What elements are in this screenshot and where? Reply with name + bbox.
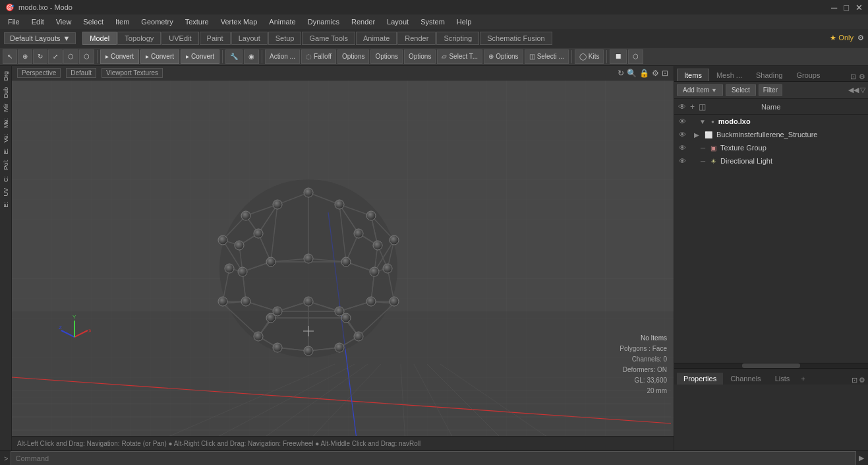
toolbar1-tab-model[interactable]: Model — [82, 32, 117, 45]
convert-btn-1[interactable]: ▸ Convert — [100, 49, 139, 64]
menu-item-file[interactable]: File — [3, 16, 25, 27]
options-btn-1[interactable]: Options — [337, 49, 369, 64]
toolbar1-tab-scripting[interactable]: Scripting — [436, 32, 479, 45]
menu-item-select[interactable]: Select — [78, 16, 109, 27]
panel-gear-icon[interactable]: ⚙ — [859, 73, 865, 81]
transform-btn[interactable]: ⬡ — [63, 49, 78, 64]
menu-item-system[interactable]: System — [415, 16, 450, 27]
toolbar1-tab-animate[interactable]: Animate — [356, 32, 397, 45]
viewport-mode-label[interactable]: Perspective — [17, 68, 61, 78]
tree-row-texture[interactable]: 👁 ─ ▣ Texture Group — [674, 141, 868, 154]
falloff-toggle[interactable]: ◉ — [244, 49, 259, 64]
sidebar-tab-dub[interactable]: Dub — [1, 84, 11, 101]
sidebar-tab-e2[interactable]: E: — [1, 199, 11, 210]
filter-button[interactable]: Filter — [759, 84, 782, 96]
unreal-icon-btn[interactable]: 🔲 — [610, 49, 627, 64]
menu-item-dynamics[interactable]: Dynamics — [303, 16, 345, 27]
falloff-btn[interactable]: ◌ Falloff — [301, 49, 336, 64]
viewport-3d[interactable]: No Items Polygons : Face Channels: 0 Def… — [12, 80, 674, 436]
tree-row-light[interactable]: 👁 ─ ☀ Directional Light — [674, 154, 868, 168]
toolbar1-tab-uvedit[interactable]: UVEdit — [161, 32, 198, 45]
vp-rotate-icon[interactable]: ↻ — [618, 69, 624, 78]
menu-item-geometry[interactable]: Geometry — [136, 16, 178, 27]
vp-lock-icon[interactable]: 🔒 — [639, 69, 649, 78]
collapse-icon[interactable]: ◀◀ — [848, 86, 859, 94]
menu-item-animate[interactable]: Animate — [264, 16, 301, 27]
close-button[interactable]: ✕ — [855, 3, 863, 13]
vp-expand-icon[interactable]: ⊡ — [662, 69, 668, 78]
menu-item-texture[interactable]: Texture — [180, 16, 214, 27]
move-btn[interactable]: ⊕ — [18, 49, 32, 64]
menu-item-vertex map[interactable]: Vertex Map — [216, 16, 263, 27]
filter-icon[interactable]: ▽ — [860, 86, 865, 94]
select-button[interactable]: Select — [726, 84, 756, 96]
gear-icon[interactable]: ⚙ — [857, 34, 864, 42]
select-mode-btn[interactable]: ↖ — [3, 49, 17, 64]
command-submit-icon[interactable]: ▶ — [859, 454, 864, 462]
selecti-btn[interactable]: ◫ Selecti ... — [525, 49, 569, 64]
options-btn-2[interactable]: Options — [370, 49, 402, 64]
options-btn-3[interactable]: Options — [404, 49, 436, 64]
tab-lists[interactable]: Lists — [768, 373, 797, 385]
add-props-tab-icon[interactable]: + — [797, 373, 809, 385]
toolbar1-tab-layout[interactable]: Layout — [231, 32, 268, 45]
toolbar1-tab-game-tools[interactable]: Game Tools — [302, 32, 355, 45]
rotate-btn[interactable]: ↻ — [33, 49, 47, 64]
scale-btn[interactable]: ⤢ — [48, 49, 63, 64]
expand-bucky-icon[interactable]: ▶ — [694, 131, 699, 139]
tab-mesh[interactable]: Mesh ... — [710, 69, 749, 81]
action-btn[interactable]: Action ... — [265, 49, 300, 64]
props-expand-icon[interactable]: ⊡ — [852, 376, 857, 385]
sidebar-tab-mir[interactable]: Mir — [1, 101, 11, 115]
scroll-thumb[interactable] — [742, 363, 800, 368]
eye-icon-root[interactable]: 👁 — [677, 117, 687, 125]
minimize-button[interactable]: ─ — [831, 3, 837, 13]
expand-root-icon[interactable]: ▼ — [699, 118, 706, 125]
polygon-btn[interactable]: ⬡ — [79, 49, 94, 64]
add-item-button[interactable]: Add Item ▼ — [677, 84, 723, 96]
vp-zoom-icon[interactable]: 🔍 — [627, 69, 637, 78]
sidebar-tab-ve[interactable]: Ve: — [1, 131, 11, 145]
tab-groups[interactable]: Groups — [790, 69, 826, 81]
panel-expand-icon[interactable]: ⊡ — [850, 73, 856, 81]
viewport-shading-label[interactable]: Default — [66, 68, 96, 78]
menu-item-help[interactable]: Help — [451, 16, 477, 27]
toolbar1-tab-render[interactable]: Render — [397, 32, 436, 45]
convert-btn-2[interactable]: ▸ Convert — [140, 49, 179, 64]
sidebar-tab-e[interactable]: E: — [1, 146, 11, 157]
tab-channels[interactable]: Channels — [724, 373, 767, 385]
menu-item-edit[interactable]: Edit — [26, 16, 49, 27]
toolbar1-tab-setup[interactable]: Setup — [268, 32, 302, 45]
kits-btn[interactable]: ◯ Kits — [575, 49, 604, 64]
options-main-btn[interactable]: ⊕ Options — [484, 49, 523, 64]
sidebar-tab-pol[interactable]: Pol: — [1, 157, 11, 173]
toolbar1-tab-paint[interactable]: Paint — [200, 32, 231, 45]
toolbar1-tab-topology[interactable]: Topology — [117, 32, 161, 45]
scene-tree-scrollbar[interactable] — [674, 363, 868, 368]
eye-icon-light[interactable]: 👁 — [677, 157, 687, 165]
eye-icon-buckminster[interactable]: 👁 — [677, 131, 687, 139]
toolbar1-tab-schematic-fusion[interactable]: Schematic Fusion — [480, 32, 552, 45]
tab-shading[interactable]: Shading — [749, 69, 789, 81]
command-input[interactable] — [11, 451, 856, 466]
tab-properties[interactable]: Properties — [677, 373, 723, 385]
logo-btn[interactable]: ⬡ — [628, 49, 643, 64]
tab-items[interactable]: Items — [677, 69, 709, 81]
sidebar-tab-drg[interactable]: Drg — [1, 69, 11, 84]
props-gear-icon[interactable]: ⚙ — [859, 376, 865, 385]
select-t-btn[interactable]: ▱ Select T... — [437, 49, 482, 64]
sidebar-tab-me[interactable]: Me: — [1, 115, 11, 131]
viewport-texture-label[interactable]: Viewport Textures — [101, 68, 163, 78]
menu-item-render[interactable]: Render — [346, 16, 380, 27]
vp-settings-icon[interactable]: ⚙ — [652, 69, 659, 78]
tree-row-root[interactable]: 👁 ▼ ● modo.lxo — [674, 115, 868, 128]
layout-dropdown[interactable]: Default Layouts ▼ — [4, 32, 76, 44]
sidebar-tab-c[interactable]: C: — [1, 173, 11, 185]
menu-item-item[interactable]: Item — [110, 16, 134, 27]
tree-row-buckminster[interactable]: 👁 ▶ ⬜ Buckminsterfullerene_Structure — [674, 128, 868, 141]
brush-btn[interactable]: 🔧 — [225, 49, 243, 64]
menu-item-layout[interactable]: Layout — [382, 16, 414, 27]
convert-btn-3[interactable]: ▸ Convert — [181, 49, 219, 64]
maximize-button[interactable]: □ — [844, 3, 849, 13]
menu-item-view[interactable]: View — [51, 16, 77, 27]
